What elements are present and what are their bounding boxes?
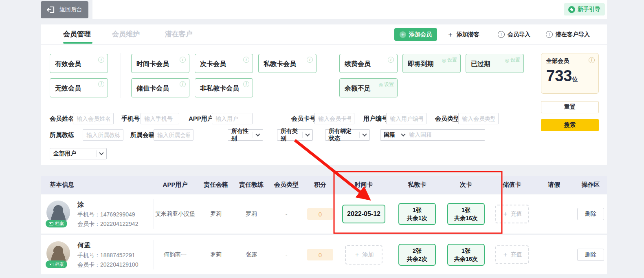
count-card-value[interactable]: 1张 共余16次 bbox=[447, 203, 485, 225]
upload-icon: ↑ bbox=[546, 31, 553, 38]
add-prospect-button[interactable]: ＋ 添加潜客 bbox=[447, 28, 479, 41]
info-icon: i bbox=[243, 57, 249, 63]
col-membership: 责任会籍 bbox=[196, 176, 235, 194]
member-phone: 手机号：14769299049 bbox=[77, 211, 138, 218]
gear-icon: ◎ bbox=[442, 57, 446, 63]
profile-badge-label: 档案 bbox=[55, 261, 64, 267]
tab-member-maintenance[interactable]: 会员维护 bbox=[112, 24, 140, 45]
member-type-input[interactable] bbox=[458, 113, 499, 124]
search-button[interactable]: 搜索 bbox=[541, 119, 599, 131]
filter-label: 非私教卡会员 bbox=[200, 84, 239, 93]
divider bbox=[331, 53, 331, 98]
cell-leave bbox=[534, 194, 574, 234]
filter-non-pt-card-members[interactable]: 非私教卡会员 i bbox=[195, 78, 253, 97]
plus-icon: ＋ bbox=[354, 251, 360, 259]
table-header: 基本信息 APP用户 责任会籍 责任教练 会员类型 积分 时间卡 私教卡 次卡 … bbox=[41, 176, 607, 194]
reset-button[interactable]: 重置 bbox=[541, 101, 599, 113]
avatar: 档案 bbox=[46, 241, 71, 268]
filter-expired[interactable]: 已过期 ◎设置 bbox=[466, 54, 524, 73]
member-name[interactable]: 何孟 bbox=[77, 241, 138, 250]
setting-chip[interactable]: ◎设置 bbox=[442, 57, 457, 64]
bind-status-select[interactable]: 所有绑定状态 bbox=[325, 129, 370, 141]
newbie-guide-button[interactable]: 新手引导 bbox=[564, 3, 605, 15]
filter-renewal-members[interactable]: 续费会员 i bbox=[339, 54, 398, 73]
gear-icon: ◎ bbox=[505, 57, 509, 63]
member-phone: 手机号：18887452291 bbox=[77, 252, 138, 259]
cell-app-user: 何韵南一 bbox=[154, 235, 196, 274]
col-pt-card: 私教卡 bbox=[393, 176, 442, 194]
setting-chip[interactable]: ◎设置 bbox=[505, 57, 520, 64]
col-actions: 操作区 bbox=[574, 176, 607, 194]
recharge-label: 充值 bbox=[511, 251, 522, 258]
coach-label: 所属教练 bbox=[50, 129, 74, 141]
back-label: 返回后台 bbox=[59, 6, 82, 13]
membership-input[interactable] bbox=[154, 129, 193, 141]
time-card-value[interactable]: 2022-05-12 bbox=[342, 205, 385, 223]
filter-pt-card-members[interactable]: 私教卡会员 i bbox=[258, 54, 317, 73]
category-select[interactable]: 所有类别 bbox=[277, 129, 313, 141]
profile-badge[interactable]: 档案 bbox=[46, 260, 67, 268]
upload-icon: ↑ bbox=[498, 31, 505, 38]
cell-member-type: - bbox=[267, 194, 306, 234]
all-users-value: 全部用户 bbox=[53, 150, 93, 157]
divider bbox=[535, 53, 535, 98]
recharge-button[interactable]: ＋ 充值 bbox=[495, 245, 529, 264]
filter-invalid-members[interactable]: 无效会员 i bbox=[50, 78, 108, 97]
cell-member-type: - bbox=[267, 235, 306, 274]
prospect-import-label: 潜在客户导入 bbox=[556, 31, 590, 38]
member-info: 涂 手机号：14769299049 会员卡：202204122942 bbox=[77, 201, 138, 228]
filter-low-balance[interactable]: 余额不足 ◎设置 bbox=[339, 78, 398, 97]
id-card-icon bbox=[49, 263, 53, 266]
total-members-card: 全部会员 i 733位 bbox=[541, 53, 599, 94]
setting-chip[interactable]: ◎设置 bbox=[379, 81, 394, 88]
nationality-select[interactable]: 国籍 输入国籍 bbox=[380, 129, 485, 141]
app-user-input[interactable] bbox=[212, 113, 253, 124]
member-name-input[interactable] bbox=[73, 113, 114, 124]
user-id-input[interactable] bbox=[386, 113, 426, 124]
pt-card-remaining: 共余2次 bbox=[403, 255, 431, 263]
pt-card-count: 2张 bbox=[403, 247, 431, 255]
info-icon: i bbox=[589, 57, 595, 63]
setting-label: 设置 bbox=[510, 57, 520, 64]
add-member-label: 添加会员 bbox=[409, 31, 432, 38]
filter-expiring-soon[interactable]: 即将到期 ◎设置 bbox=[402, 54, 461, 73]
info-icon: i bbox=[98, 81, 104, 87]
phone-input[interactable] bbox=[141, 113, 179, 124]
profile-badge[interactable]: 档案 bbox=[46, 220, 67, 227]
count-card-remaining: 共余16次 bbox=[452, 255, 480, 263]
filter-label: 已过期 bbox=[471, 60, 490, 68]
add-member-button[interactable]: ＋ 添加会员 bbox=[394, 28, 437, 41]
filter-label: 有效会员 bbox=[55, 60, 81, 68]
all-users-select[interactable]: 全部用户 bbox=[50, 148, 107, 159]
gear-icon: ◎ bbox=[379, 82, 383, 88]
gender-select[interactable]: 所有性别 bbox=[228, 129, 263, 141]
info-icon: i bbox=[98, 57, 104, 63]
filter-stored-card-members[interactable]: 储值卡会员 i bbox=[131, 78, 189, 97]
phone-label: 手机号 bbox=[121, 113, 140, 124]
coach-input[interactable] bbox=[83, 129, 123, 141]
card-no-input[interactable] bbox=[314, 113, 354, 124]
info-icon: i bbox=[388, 57, 394, 63]
filter-label: 次卡会员 bbox=[200, 60, 226, 68]
member-import-button[interactable]: ↑ 会员导入 bbox=[498, 28, 530, 41]
back-to-admin-button[interactable]: 返回后台 bbox=[41, 1, 88, 18]
member-name[interactable]: 涂 bbox=[77, 201, 138, 209]
pt-card-value[interactable]: 2张 共余2次 bbox=[398, 244, 436, 266]
recharge-button[interactable]: ＋ 充值 bbox=[495, 205, 529, 223]
filter-valid-members[interactable]: 有效会员 i bbox=[50, 54, 108, 73]
setting-label: 设置 bbox=[384, 81, 394, 88]
delete-button[interactable]: 删除 bbox=[577, 208, 604, 220]
col-basic-info: 基本信息 bbox=[41, 176, 154, 194]
col-stored-card: 储值卡 bbox=[490, 176, 534, 194]
prospect-import-button[interactable]: ↑ 潜在客户导入 bbox=[546, 28, 590, 41]
pt-card-value[interactable]: 1张 共余1次 bbox=[398, 203, 436, 225]
filter-count-card-members[interactable]: 次卡会员 i bbox=[195, 54, 253, 73]
profile-badge-label: 档案 bbox=[55, 221, 64, 227]
count-card-value[interactable]: 1张 共余16次 bbox=[447, 244, 485, 266]
tab-potential-customers[interactable]: 潜在客户 bbox=[165, 24, 193, 45]
col-member-type: 会员类型 bbox=[267, 176, 306, 194]
filter-time-card-members[interactable]: 时间卡会员 i bbox=[131, 54, 189, 73]
member-management-page: 返回后台 新手引导 会员管理 会员维护 潜在客户 ＋ 添加会员 ＋ 添加潜客 ↑… bbox=[0, 0, 644, 278]
delete-button[interactable]: 删除 bbox=[577, 249, 604, 261]
add-time-card-button[interactable]: ＋ 添加 bbox=[345, 245, 382, 265]
